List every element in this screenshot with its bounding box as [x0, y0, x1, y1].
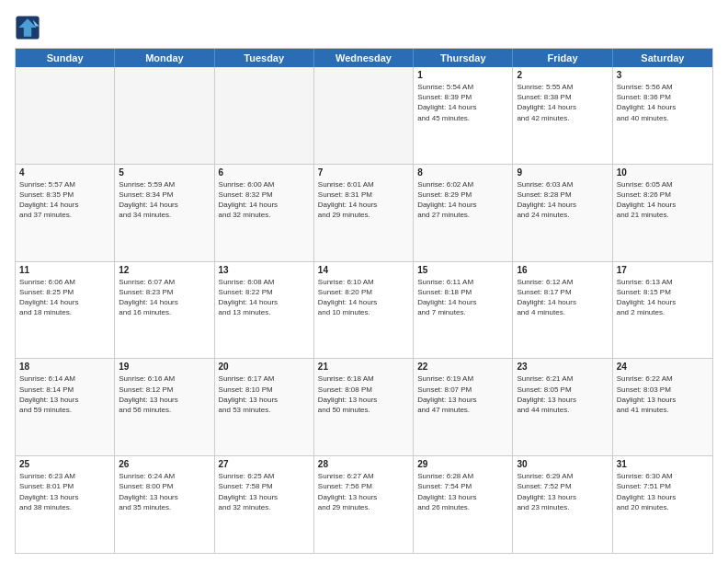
- day-info: Sunrise: 6:03 AM Sunset: 8:28 PM Dayligh…: [517, 179, 608, 221]
- day-info: Sunrise: 6:30 AM Sunset: 7:51 PM Dayligh…: [617, 471, 709, 512]
- day-number: 15: [417, 265, 508, 275]
- calendar-cell: 17Sunrise: 6:13 AM Sunset: 8:15 PM Dayli…: [613, 262, 712, 359]
- calendar-cell: 6Sunrise: 6:00 AM Sunset: 8:32 PM Daylig…: [215, 165, 314, 261]
- day-number: 14: [318, 265, 409, 275]
- calendar-week: 18Sunrise: 6:14 AM Sunset: 8:14 PM Dayli…: [16, 359, 712, 456]
- day-info: Sunrise: 6:24 AM Sunset: 8:00 PM Dayligh…: [119, 471, 210, 512]
- day-info: Sunrise: 5:57 AM Sunset: 8:35 PM Dayligh…: [19, 179, 110, 221]
- calendar-cell: 29Sunrise: 6:28 AM Sunset: 7:54 PM Dayli…: [414, 456, 513, 553]
- calendar-header-cell: Wednesday: [314, 49, 414, 67]
- calendar: SundayMondayTuesdayWednesdayThursdayFrid…: [15, 48, 713, 554]
- calendar-cell: 3Sunrise: 5:56 AM Sunset: 8:36 PM Daylig…: [613, 67, 712, 164]
- calendar-cell: 22Sunrise: 6:19 AM Sunset: 8:07 PM Dayli…: [414, 359, 513, 455]
- calendar-cell: 9Sunrise: 6:03 AM Sunset: 8:28 PM Daylig…: [513, 165, 612, 261]
- day-number: 3: [617, 70, 709, 80]
- header: [15, 15, 713, 40]
- day-number: 4: [19, 167, 110, 178]
- calendar-cell: 13Sunrise: 6:08 AM Sunset: 8:22 PM Dayli…: [215, 262, 314, 359]
- day-info: Sunrise: 6:06 AM Sunset: 8:25 PM Dayligh…: [19, 277, 110, 318]
- day-info: Sunrise: 6:00 AM Sunset: 8:32 PM Dayligh…: [219, 179, 310, 221]
- day-number: 16: [517, 265, 608, 275]
- day-number: 23: [517, 362, 608, 372]
- calendar-cell: [16, 67, 115, 164]
- calendar-header-cell: Saturday: [613, 49, 712, 67]
- calendar-cell: 31Sunrise: 6:30 AM Sunset: 7:51 PM Dayli…: [613, 456, 712, 553]
- calendar-cell: 12Sunrise: 6:07 AM Sunset: 8:23 PM Dayli…: [115, 262, 214, 359]
- day-info: Sunrise: 6:23 AM Sunset: 8:01 PM Dayligh…: [19, 471, 110, 512]
- day-number: 9: [517, 167, 608, 178]
- page: SundayMondayTuesdayWednesdayThursdayFrid…: [0, 0, 728, 563]
- logo: [15, 15, 44, 40]
- day-info: Sunrise: 6:28 AM Sunset: 7:54 PM Dayligh…: [417, 471, 508, 512]
- day-info: Sunrise: 6:12 AM Sunset: 8:17 PM Dayligh…: [517, 277, 608, 318]
- calendar-cell: 15Sunrise: 6:11 AM Sunset: 8:18 PM Dayli…: [414, 262, 513, 359]
- day-number: 1: [417, 70, 508, 80]
- calendar-cell: 18Sunrise: 6:14 AM Sunset: 8:14 PM Dayli…: [16, 359, 115, 455]
- day-info: Sunrise: 5:54 AM Sunset: 8:39 PM Dayligh…: [417, 82, 508, 123]
- day-number: 18: [19, 362, 110, 372]
- calendar-cell: 19Sunrise: 6:16 AM Sunset: 8:12 PM Dayli…: [115, 359, 214, 455]
- day-info: Sunrise: 6:05 AM Sunset: 8:26 PM Dayligh…: [617, 179, 709, 221]
- day-number: 11: [19, 265, 110, 275]
- calendar-cell: [314, 67, 414, 164]
- day-info: Sunrise: 6:13 AM Sunset: 8:15 PM Dayligh…: [617, 277, 709, 318]
- calendar-cell: 25Sunrise: 6:23 AM Sunset: 8:01 PM Dayli…: [16, 456, 115, 553]
- calendar-cell: 20Sunrise: 6:17 AM Sunset: 8:10 PM Dayli…: [215, 359, 314, 455]
- day-number: 2: [517, 70, 608, 80]
- day-info: Sunrise: 6:07 AM Sunset: 8:23 PM Dayligh…: [119, 277, 210, 318]
- calendar-header-cell: Friday: [513, 49, 612, 67]
- calendar-cell: [215, 67, 314, 164]
- day-number: 27: [219, 459, 310, 469]
- day-info: Sunrise: 6:11 AM Sunset: 8:18 PM Dayligh…: [417, 277, 508, 318]
- calendar-cell: 21Sunrise: 6:18 AM Sunset: 8:08 PM Dayli…: [314, 359, 414, 455]
- calendar-body: 1Sunrise: 5:54 AM Sunset: 8:39 PM Daylig…: [16, 67, 712, 553]
- calendar-cell: 4Sunrise: 5:57 AM Sunset: 8:35 PM Daylig…: [16, 165, 115, 261]
- calendar-cell: [115, 67, 214, 164]
- calendar-week: 11Sunrise: 6:06 AM Sunset: 8:25 PM Dayli…: [16, 262, 712, 360]
- day-info: Sunrise: 5:55 AM Sunset: 8:38 PM Dayligh…: [517, 82, 608, 123]
- day-info: Sunrise: 6:17 AM Sunset: 8:10 PM Dayligh…: [219, 373, 310, 415]
- calendar-cell: 7Sunrise: 6:01 AM Sunset: 8:31 PM Daylig…: [314, 165, 414, 261]
- day-number: 10: [617, 167, 709, 178]
- day-info: Sunrise: 6:14 AM Sunset: 8:14 PM Dayligh…: [19, 373, 110, 415]
- calendar-cell: 23Sunrise: 6:21 AM Sunset: 8:05 PM Dayli…: [513, 359, 612, 455]
- day-info: Sunrise: 6:25 AM Sunset: 7:58 PM Dayligh…: [219, 471, 310, 512]
- day-number: 26: [119, 459, 210, 469]
- day-info: Sunrise: 6:22 AM Sunset: 8:03 PM Dayligh…: [617, 373, 709, 415]
- day-info: Sunrise: 6:27 AM Sunset: 7:56 PM Dayligh…: [318, 471, 409, 512]
- day-number: 20: [219, 362, 310, 372]
- calendar-cell: 27Sunrise: 6:25 AM Sunset: 7:58 PM Dayli…: [215, 456, 314, 553]
- calendar-header-cell: Monday: [115, 49, 214, 67]
- day-info: Sunrise: 6:02 AM Sunset: 8:29 PM Dayligh…: [417, 179, 508, 221]
- day-number: 31: [617, 459, 709, 469]
- calendar-week: 1Sunrise: 5:54 AM Sunset: 8:39 PM Daylig…: [16, 67, 712, 165]
- day-info: Sunrise: 6:19 AM Sunset: 8:07 PM Dayligh…: [417, 373, 508, 415]
- calendar-week: 4Sunrise: 5:57 AM Sunset: 8:35 PM Daylig…: [16, 165, 712, 262]
- day-info: Sunrise: 6:08 AM Sunset: 8:22 PM Dayligh…: [219, 277, 310, 318]
- day-number: 21: [318, 362, 409, 372]
- day-number: 8: [417, 167, 508, 178]
- calendar-header: SundayMondayTuesdayWednesdayThursdayFrid…: [16, 49, 712, 67]
- calendar-header-cell: Tuesday: [215, 49, 314, 67]
- day-number: 7: [318, 167, 409, 178]
- day-info: Sunrise: 6:29 AM Sunset: 7:52 PM Dayligh…: [517, 471, 608, 512]
- calendar-cell: 10Sunrise: 6:05 AM Sunset: 8:26 PM Dayli…: [613, 165, 712, 261]
- calendar-cell: 8Sunrise: 6:02 AM Sunset: 8:29 PM Daylig…: [414, 165, 513, 261]
- day-number: 25: [19, 459, 110, 469]
- day-info: Sunrise: 6:10 AM Sunset: 8:20 PM Dayligh…: [318, 277, 409, 318]
- calendar-cell: 2Sunrise: 5:55 AM Sunset: 8:38 PM Daylig…: [513, 67, 612, 164]
- calendar-header-cell: Thursday: [414, 49, 513, 67]
- day-number: 29: [417, 459, 508, 469]
- calendar-cell: 28Sunrise: 6:27 AM Sunset: 7:56 PM Dayli…: [314, 456, 414, 553]
- calendar-cell: 30Sunrise: 6:29 AM Sunset: 7:52 PM Dayli…: [513, 456, 612, 553]
- day-number: 5: [119, 167, 210, 178]
- day-number: 24: [617, 362, 709, 372]
- logo-icon: [15, 15, 40, 40]
- day-info: Sunrise: 5:56 AM Sunset: 8:36 PM Dayligh…: [617, 82, 709, 123]
- day-number: 12: [119, 265, 210, 275]
- day-info: Sunrise: 6:16 AM Sunset: 8:12 PM Dayligh…: [119, 373, 210, 415]
- day-number: 30: [517, 459, 608, 469]
- calendar-cell: 5Sunrise: 5:59 AM Sunset: 8:34 PM Daylig…: [115, 165, 214, 261]
- calendar-header-cell: Sunday: [16, 49, 115, 67]
- calendar-cell: 14Sunrise: 6:10 AM Sunset: 8:20 PM Dayli…: [314, 262, 414, 359]
